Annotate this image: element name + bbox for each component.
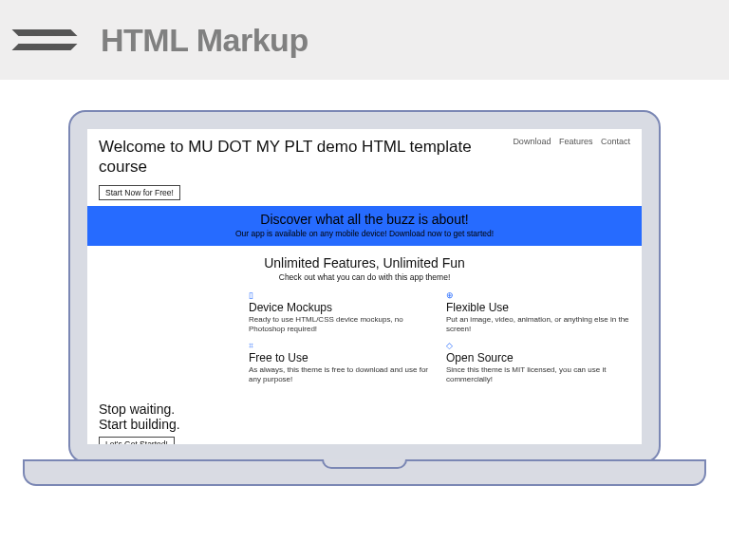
feature-title: Device Mockups: [249, 301, 433, 314]
cta-line2: Start building.: [99, 417, 630, 433]
feature-free-to-use: ⌗ Free to Use As always, this theme is f…: [249, 342, 433, 384]
stage: Welcome to MU DOT MY PLT demo HTML templ…: [0, 80, 729, 560]
features-header: Unlimited Features, Unlimited Fun Check …: [87, 246, 642, 286]
top-nav: Download Features Contact: [507, 137, 630, 146]
laptop-frame: Welcome to MU DOT MY PLT demo HTML templ…: [68, 110, 661, 463]
lock-icon: ◇: [446, 342, 630, 350]
page-title: Welcome to MU DOT MY PLT demo HTML templ…: [99, 137, 507, 177]
discover-title: Discover what all the buzz is about!: [97, 212, 632, 227]
feature-desc: Put an image, video, animation, or anyth…: [446, 315, 630, 334]
feature-title: Open Source: [446, 351, 630, 364]
feature-open-source: ◇ Open Source Since this theme is MIT li…: [446, 342, 630, 384]
slide-header: HTML Markup: [0, 0, 729, 80]
feature-desc: Since this theme is MIT licensed, you ca…: [446, 365, 630, 384]
laptop-screen: Welcome to MU DOT MY PLT demo HTML templ…: [87, 129, 642, 444]
start-button[interactable]: Start Now for Free!: [99, 185, 180, 200]
nav-download[interactable]: Download: [513, 137, 551, 146]
feature-device-mockups: ▯ Device Mockups Ready to use HTML/CSS d…: [249, 291, 433, 334]
device-icon: ▯: [249, 291, 433, 300]
nav-features[interactable]: Features: [559, 137, 593, 146]
features-subtitle: Check out what you can do with this app …: [97, 272, 632, 282]
chevrons-icon: [15, 19, 72, 61]
feature-flexible-use: ⊕ Flexible Use Put an image, video, anim…: [446, 291, 630, 334]
cta-button[interactable]: Let's Get Started!: [99, 437, 175, 444]
gift-icon: ⌗: [249, 342, 433, 350]
feature-desc: Ready to use HTML/CSS device mockups, no…: [249, 315, 433, 334]
laptop-notch: [322, 459, 407, 469]
feature-title: Free to Use: [249, 351, 433, 364]
nav-contact[interactable]: Contact: [601, 137, 630, 146]
feature-desc: As always, this theme is free to downloa…: [249, 365, 433, 384]
laptop-base: [23, 459, 706, 486]
features-grid: ▯ Device Mockups Ready to use HTML/CSS d…: [87, 286, 642, 396]
slide-title: HTML Markup: [101, 22, 308, 59]
cta-section: Stop waiting. Start building. Let's Get …: [87, 396, 642, 445]
flexible-icon: ⊕: [446, 291, 630, 300]
cta-line1: Stop waiting.: [99, 401, 630, 418]
discover-band: Discover what all the buzz is about! Our…: [87, 206, 642, 246]
feature-title: Flexible Use: [446, 301, 630, 314]
discover-subtitle: Our app is available on any mobile devic…: [97, 229, 632, 238]
features-title: Unlimited Features, Unlimited Fun: [97, 255, 632, 271]
